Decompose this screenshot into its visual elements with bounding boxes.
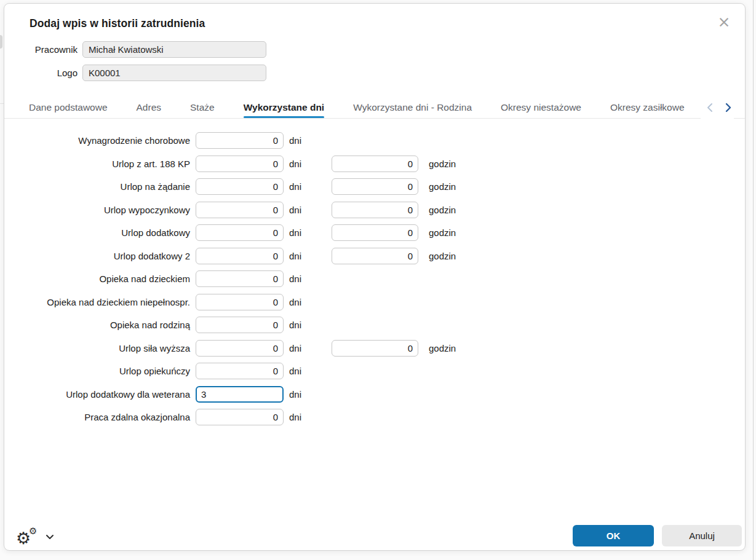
tab-bar: Dane podstawowe Adres Staże Wykorzystane… <box>4 96 745 119</box>
settings-dropdown-button[interactable] <box>42 524 57 550</box>
hours-group: godzin <box>332 202 745 218</box>
tab-wykorzystane-dni-rodzina[interactable]: Wykorzystane dni - Rodzina <box>353 96 472 119</box>
days-input[interactable] <box>196 270 284 287</box>
tab-okresy-niesta-owe[interactable]: Okresy niestażowe <box>501 96 581 119</box>
days-unit-label: dni <box>289 205 326 215</box>
tabs-scroll-right-icon[interactable] <box>723 101 734 114</box>
days-input[interactable] <box>196 409 284 425</box>
screen-edge-line <box>753 0 754 560</box>
form-row: Opieka nad dzieckiem dni godzin <box>4 267 745 291</box>
form-row: Urlop na żądanie dni godzin <box>4 175 745 199</box>
days-input[interactable] <box>196 294 284 310</box>
hours-group: godzin <box>332 156 745 172</box>
settings-gear-icon[interactable]: ⚙ ⚙ <box>14 524 40 550</box>
form-row-label: Urlop opiekuńczy <box>4 366 190 376</box>
days-input[interactable] <box>196 363 284 379</box>
form-row: Urlop wypoczynkowy dni godzin <box>4 199 745 222</box>
hours-input[interactable] <box>332 178 418 195</box>
hours-input[interactable] <box>332 224 418 241</box>
hours-input[interactable] <box>332 248 418 264</box>
form-row-label: Wynagrodzenie chorobowe <box>4 135 190 146</box>
days-input[interactable] <box>196 178 284 195</box>
form-row-label: Urlop siła wyższa <box>4 343 190 353</box>
form-row-label: Opieka nad dzieckiem <box>4 274 190 284</box>
tab-okresy-zasi-kowe[interactable]: Okresy zasiłkowe <box>610 96 685 119</box>
form-row-label: Urlop dodatkowy 2 <box>4 251 190 261</box>
tab-dane-podstawowe[interactable]: Dane podstawowe <box>29 96 108 119</box>
days-input[interactable] <box>196 156 284 172</box>
gear-icon-small: ⚙ <box>29 527 37 536</box>
tab-adres[interactable]: Adres <box>137 96 162 119</box>
hours-unit-label: godzin <box>429 205 456 215</box>
days-unit-label: dni <box>289 227 326 238</box>
ok-button[interactable]: OK <box>573 525 654 546</box>
hours-input[interactable] <box>332 340 418 357</box>
form-row: Praca zdalna okazjonalna dni godzin <box>4 406 745 429</box>
tab-sta-e[interactable]: Staże <box>190 96 215 119</box>
form-row: Opieka nad dzieckiem niepełnospr. dni go… <box>4 291 745 314</box>
form-row: Urlop siła wyższa dni godzin <box>4 337 745 360</box>
hours-unit-label: godzin <box>429 343 456 353</box>
hours-input[interactable] <box>332 202 418 218</box>
days-unit-label: dni <box>289 135 326 146</box>
tab-label: Staże <box>190 102 215 112</box>
days-unit-label: dni <box>289 274 326 284</box>
cancel-button[interactable]: Anuluj <box>662 525 742 546</box>
employee-field[interactable] <box>82 41 266 58</box>
logo-field[interactable] <box>82 65 266 81</box>
hours-group: godzin <box>332 248 745 264</box>
days-unit-label: dni <box>289 251 326 261</box>
days-input[interactable] <box>196 317 284 333</box>
tab-label: Wykorzystane dni <box>244 102 325 112</box>
tab-label: Adres <box>137 102 162 112</box>
background-window-fragment <box>0 35 2 49</box>
days-unit-label: dni <box>289 320 326 330</box>
days-unit-label: dni <box>289 297 326 307</box>
days-input[interactable] <box>196 248 284 264</box>
days-input[interactable] <box>196 386 284 403</box>
days-unit-label: dni <box>289 366 326 376</box>
form-row-label: Urlop wypoczynkowy <box>4 205 190 215</box>
footer-tools: ⚙ ⚙ <box>14 524 57 550</box>
form-row-label: Urlop dodatkowy <box>4 227 190 238</box>
form-row-label: Urlop z art. 188 KP <box>4 159 190 169</box>
hours-unit-label: godzin <box>429 251 456 261</box>
form-row: Opieka nad rodziną dni godzin <box>4 314 745 337</box>
hours-input[interactable] <box>332 156 418 172</box>
days-input[interactable] <box>196 224 284 241</box>
hours-group: godzin <box>332 224 745 241</box>
form-row-label: Praca zdalna okazjonalna <box>4 412 190 422</box>
days-unit-label: dni <box>289 412 326 422</box>
dialog-title: Dodaj wpis w historii zatrudnienia <box>30 17 205 30</box>
form-row-label: Opieka nad dzieckiem niepełnospr. <box>4 297 190 307</box>
logo-field-label: Logo <box>4 68 78 78</box>
form-row-label: Urlop dodatkowy dla weterana <box>4 389 190 400</box>
tab-label: Okresy zasiłkowe <box>610 102 685 112</box>
form-rows: Wynagrodzenie chorobowe dni godzin Urlop… <box>4 129 745 429</box>
form-row: Urlop dodatkowy dni godzin <box>4 221 745 245</box>
form-row: Urlop dodatkowy dla weterana dni godzin <box>4 383 745 406</box>
tab-label: Dane podstawowe <box>29 102 108 112</box>
tabs-scroll-left-icon[interactable] <box>704 101 715 114</box>
hours-group: godzin <box>332 340 745 357</box>
tab-scrollers <box>701 96 734 119</box>
tab-label: Okresy niestażowe <box>501 102 581 112</box>
days-input[interactable] <box>196 202 284 218</box>
form-row-label: Opieka nad rodziną <box>4 320 190 330</box>
form-row: Wynagrodzenie chorobowe dni godzin <box>4 129 745 152</box>
employee-field-label: Pracownik <box>4 44 78 55</box>
form-row: Urlop dodatkowy 2 dni godzin <box>4 245 745 268</box>
hours-group: godzin <box>332 178 745 195</box>
logo-field-row: Logo <box>4 65 266 81</box>
hours-unit-label: godzin <box>429 227 456 238</box>
days-input[interactable] <box>196 132 284 149</box>
chevron-down-icon <box>46 534 54 540</box>
add-employment-history-dialog: Dodaj wpis w historii zatrudnienia × Pra… <box>4 3 746 551</box>
tab-label: Wykorzystane dni - Rodzina <box>353 102 472 112</box>
days-input[interactable] <box>196 340 284 357</box>
close-icon[interactable]: × <box>713 11 735 33</box>
form-row: Urlop z art. 188 KP dni godzin <box>4 152 745 176</box>
tab-list: Dane podstawowe Adres Staże Wykorzystane… <box>4 96 712 119</box>
tab-wykorzystane-dni[interactable]: Wykorzystane dni <box>244 96 325 119</box>
hours-unit-label: godzin <box>429 181 456 192</box>
